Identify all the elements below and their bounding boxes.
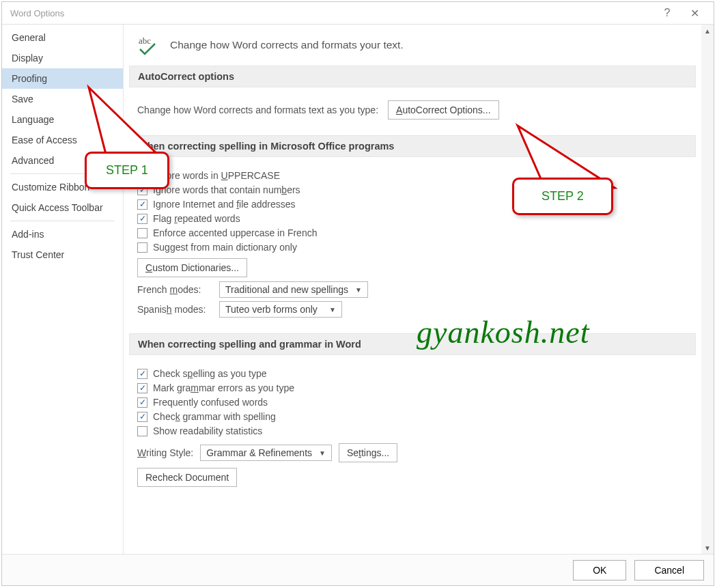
close-icon[interactable]: ✕ bbox=[681, 3, 708, 23]
checkbox-icon[interactable] bbox=[137, 214, 147, 224]
checkbox-icon[interactable] bbox=[137, 426, 147, 436]
vertical-scrollbar[interactable]: ▲ ▼ bbox=[701, 25, 714, 554]
spanish-modes-select[interactable]: Tuteo verb forms only▼ bbox=[219, 301, 342, 318]
opt-show-readability[interactable]: Show readability statistics bbox=[137, 425, 262, 436]
sidebar-item-language[interactable]: Language bbox=[2, 109, 123, 130]
help-icon[interactable]: ? bbox=[653, 3, 681, 23]
french-modes-label: French modes: bbox=[137, 284, 212, 295]
checkbox-icon[interactable] bbox=[137, 412, 147, 422]
sidebar-item-trust-center[interactable]: Trust Center bbox=[2, 244, 123, 265]
svg-text:abc: abc bbox=[139, 36, 151, 46]
scroll-down-icon[interactable]: ▼ bbox=[701, 542, 714, 554]
recheck-document-button[interactable]: Recheck Document bbox=[137, 468, 237, 487]
opt-check-spelling[interactable]: Check spelling as you type bbox=[137, 368, 267, 379]
scroll-up-icon[interactable]: ▲ bbox=[701, 25, 714, 37]
sidebar-item-ease-of-access[interactable]: Ease of Access bbox=[2, 130, 123, 150]
sidebar-item-general[interactable]: General bbox=[2, 27, 123, 48]
opt-check-grammar-spelling[interactable]: Check grammar with spelling bbox=[137, 411, 276, 422]
word-options-dialog: Word Options ? ✕ General Display Proofin… bbox=[1, 1, 714, 586]
checkbox-icon[interactable] bbox=[137, 199, 147, 210]
opt-enforce-accented[interactable]: Enforce accented uppercase in French bbox=[137, 227, 317, 238]
scroll-content: abc Change how Word corrects and formats… bbox=[124, 25, 701, 554]
opt-frequently-confused[interactable]: Frequently confused words bbox=[137, 397, 268, 408]
dialog-footer: OK Cancel bbox=[2, 554, 714, 585]
autocorrect-options-button[interactable]: AutoCorrect Options... bbox=[388, 100, 499, 120]
french-modes-select[interactable]: Traditional and new spellings▼ bbox=[219, 281, 368, 298]
chevron-down-icon: ▼ bbox=[329, 306, 336, 313]
writing-style-select[interactable]: Grammar & Refinements▼ bbox=[200, 445, 332, 461]
opt-suggest-main-dict[interactable]: Suggest from main dictionary only bbox=[137, 242, 297, 253]
ok-button[interactable]: OK bbox=[573, 560, 626, 580]
sidebar-item-add-ins[interactable]: Add-ins bbox=[2, 224, 123, 244]
checkbox-icon[interactable] bbox=[137, 369, 147, 379]
sidebar-item-proofing[interactable]: Proofing bbox=[2, 68, 123, 89]
section-spelling-office: When correcting spelling in Microsoft Of… bbox=[129, 135, 696, 157]
window-title: Word Options bbox=[8, 8, 653, 18]
autocorrect-desc: Change how Word corrects and formats tex… bbox=[137, 104, 378, 115]
checkbox-icon[interactable] bbox=[137, 383, 147, 393]
sidebar-item-quick-access-toolbar[interactable]: Quick Access Toolbar bbox=[2, 197, 123, 218]
opt-ignore-internet[interactable]: Ignore Internet and file addresses bbox=[137, 199, 296, 210]
sidebar-separator bbox=[10, 221, 115, 221]
opt-mark-grammar[interactable]: Mark grammar errors as you type bbox=[137, 382, 294, 393]
section-spelling-word: When correcting spelling and grammar in … bbox=[129, 333, 696, 355]
page-subtitle: Change how Word corrects and formats you… bbox=[170, 39, 404, 51]
content-pane: abc Change how Word corrects and formats… bbox=[124, 25, 714, 554]
spanish-modes-label: Spanish modes: bbox=[137, 304, 212, 315]
writing-style-label: Writing Style: bbox=[137, 447, 193, 458]
opt-flag-repeated[interactable]: Flag repeated words bbox=[137, 213, 240, 224]
proofing-icon: abc bbox=[137, 34, 159, 56]
chevron-down-icon: ▼ bbox=[355, 286, 362, 294]
sidebar-item-save[interactable]: Save bbox=[2, 89, 123, 109]
sidebar-item-display[interactable]: Display bbox=[2, 48, 123, 68]
titlebar: Word Options ? ✕ bbox=[2, 2, 714, 24]
sidebar: General Display Proofing Save Language E… bbox=[2, 25, 124, 554]
step2-callout: STEP 2 bbox=[512, 178, 613, 215]
dialog-body: General Display Proofing Save Language E… bbox=[2, 24, 714, 554]
checkbox-icon[interactable] bbox=[137, 397, 147, 408]
custom-dictionaries-button[interactable]: Custom Dictionaries... bbox=[137, 258, 247, 277]
checkbox-icon[interactable] bbox=[137, 228, 147, 238]
checkbox-icon[interactable] bbox=[137, 242, 147, 253]
step1-callout: STEP 1 bbox=[85, 152, 169, 189]
cancel-button[interactable]: Cancel bbox=[634, 560, 704, 580]
section-autocorrect-options: AutoCorrect options bbox=[129, 66, 696, 87]
settings-button[interactable]: Settings... bbox=[339, 443, 397, 462]
chevron-down-icon: ▼ bbox=[319, 449, 326, 457]
